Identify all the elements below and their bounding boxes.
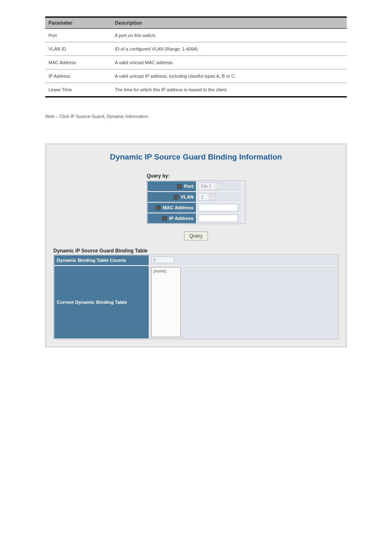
vlan-select[interactable]: 1 ˅ [198,193,216,201]
table-row: MAC Address A valid unicast MAC address. [45,56,347,69]
param-name: Port [45,29,111,42]
vlan-select-value: 1 [201,194,203,199]
checkbox-icon[interactable] [156,206,160,210]
chevron-down-icon: ˅ [215,183,221,189]
dynamic-binding-panel: Dynamic IP Source Guard Binding Informat… [45,143,347,347]
query-by-label: Query by: [147,173,245,179]
query-section: Query by: Port Eth 1 ˅ VLAN [147,173,245,224]
param-desc: A port on this switch. [111,29,347,42]
mac-input[interactable] [198,204,238,211]
ip-label: IP Address [169,216,194,221]
param-name: IP Address [45,69,111,83]
mac-label: MAC Address [163,205,194,210]
param-name: VLAN ID [45,42,111,56]
web-nav-text: Web – Click IP Source Guard, Dynamic Inf… [45,114,347,119]
current-table-listbox[interactable]: (none) [151,267,181,337]
param-desc: The time for which this IP address is le… [111,83,347,97]
port-label: Port [184,184,194,189]
ip-checkbox-label[interactable]: IP Address [147,213,196,224]
table-row: Lease Time The time for which this IP ad… [45,83,347,97]
chevron-down-icon: ˅ [209,194,214,200]
param-name: MAC Address [45,56,111,69]
param-desc: ID of a configured VLAN (Range: 1-4094) [111,42,347,56]
checkbox-icon[interactable] [162,216,167,221]
panel-title: Dynamic IP Source Guard Binding Informat… [53,153,339,162]
col-parameter: Parameter [45,17,111,29]
ip-input[interactable] [198,215,238,222]
param-desc: A valid unicast MAC address. [111,56,347,69]
current-table-label: Current Dynamic Binding Table [54,266,149,339]
table-row: VLAN ID ID of a configured VLAN (Range: … [45,42,347,56]
param-desc: A valid unicast IP address, including cl… [111,69,347,83]
binding-table: Dynamic Binding Table Counts 0 Current D… [53,254,339,339]
port-checkbox-label[interactable]: Port [147,181,196,192]
parameter-table: Parameter Description Port A port on thi… [45,16,347,97]
counts-value: 0 [151,257,174,263]
vlan-label: VLAN [181,194,194,199]
vlan-checkbox-label[interactable]: VLAN [147,192,196,202]
col-description: Description [111,17,347,29]
mac-checkbox-label[interactable]: MAC Address [147,202,196,213]
query-button[interactable]: Query [184,231,208,240]
port-select[interactable]: Eth 1 ˅ [198,183,222,190]
port-select-value: Eth 1 [201,184,212,189]
counts-label: Dynamic Binding Table Counts [54,255,149,266]
checkbox-icon[interactable] [174,195,178,199]
table-row: Port A port on this switch. [45,29,347,42]
checkbox-icon[interactable] [177,184,182,189]
param-name: Lease Time [45,83,111,97]
binding-table-title: Dynamic IP Source Guard Binding Table [53,248,339,254]
table-row: IP Address A valid unicast IP address, i… [45,69,347,83]
